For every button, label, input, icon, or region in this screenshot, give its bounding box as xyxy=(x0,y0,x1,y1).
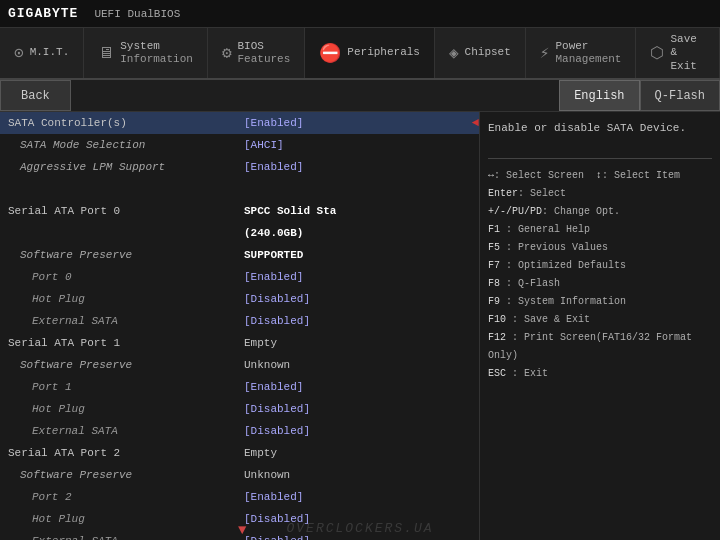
value-lpm: [Enabled] xyxy=(240,161,479,173)
setting-row-port1[interactable]: Serial ATA Port 1 Empty xyxy=(0,332,479,354)
left-panel-wrapper: SATA Controller(s) [Enabled] ◄ SATA Mode… xyxy=(0,112,480,540)
value-port1: Empty xyxy=(240,337,479,349)
label-port0: Serial ATA Port 0 xyxy=(0,205,240,217)
setting-row-port0-size: (240.0GB) xyxy=(0,222,479,244)
label-port1-p: Port 1 xyxy=(0,381,240,393)
tab-peripherals-label: Peripherals xyxy=(347,46,420,59)
language-button[interactable]: English xyxy=(559,80,639,111)
key-f9: F9 : System Information xyxy=(488,293,712,311)
setting-row-port2-sw[interactable]: Software Preserve Unknown xyxy=(0,464,479,486)
setting-row-port0-hot[interactable]: Hot Plug [Disabled] xyxy=(0,288,479,310)
label-port1-ext: External SATA xyxy=(0,425,240,437)
value-port2-hot: [Disabled] xyxy=(240,513,479,525)
value-port0-ext: [Disabled] xyxy=(240,315,479,327)
value-port0-hot: [Disabled] xyxy=(240,293,479,305)
setting-row-port0-ext[interactable]: External SATA [Disabled] xyxy=(0,310,479,332)
tab-bios[interactable]: ⚙ BIOS Features xyxy=(208,28,305,78)
nav-tabs: ⊙ M.I.T. 🖥 System Information ⚙ BIOS Fea… xyxy=(0,28,720,80)
tab-chipset-label: Chipset xyxy=(465,46,511,59)
bios-label: UEFI DualBIOS xyxy=(94,8,180,20)
gap-1 xyxy=(0,178,479,200)
value-port0-sw: SUPPORTED xyxy=(240,249,479,261)
back-button[interactable]: Back xyxy=(0,80,71,111)
setting-row-port2[interactable]: Serial ATA Port 2 Empty xyxy=(0,442,479,464)
tab-chipset[interactable]: ◈ Chipset xyxy=(435,28,526,78)
setting-row-sata-mode[interactable]: SATA Mode Selection [AHCI] xyxy=(0,134,479,156)
label-port1-hot: Hot Plug xyxy=(0,403,240,415)
tab-power[interactable]: ⚡ Power Management xyxy=(526,28,637,78)
tab-system[interactable]: 🖥 System Information xyxy=(84,28,208,78)
save-icon: ⬡ xyxy=(650,43,664,63)
power-icon: ⚡ xyxy=(540,43,550,63)
key-f7: F7 : Optimized Defaults xyxy=(488,257,712,275)
setting-row-port0-sw[interactable]: Software Preserve SUPPORTED xyxy=(0,244,479,266)
action-bar: Back English Q-Flash xyxy=(0,80,720,112)
key-help-section: ↔: Select Screen ↕: Select Item Enter: S… xyxy=(488,167,712,383)
label-sata-controller: SATA Controller(s) xyxy=(0,117,240,129)
key-enter: Enter: Select xyxy=(488,185,712,203)
right-panel: Enable or disable SATA Device. ↔: Select… xyxy=(480,112,720,540)
label-port0-ext: External SATA xyxy=(0,315,240,327)
setting-row-sata-controller[interactable]: SATA Controller(s) [Enabled] ◄ xyxy=(0,112,479,134)
label-sata-mode: SATA Mode Selection xyxy=(0,139,240,151)
setting-row-port1-ext[interactable]: External SATA [Disabled] xyxy=(0,420,479,442)
value-port0-name: SPCC Solid Sta xyxy=(240,205,479,217)
tab-mit-label: M.I.T. xyxy=(30,46,70,59)
setting-row-port1-hot[interactable]: Hot Plug [Disabled] xyxy=(0,398,479,420)
tab-bios-line1: BIOS xyxy=(238,40,291,53)
setting-row-port1-p[interactable]: Port 1 [Enabled] xyxy=(0,376,479,398)
tab-save-label: Save & Exit xyxy=(670,33,705,73)
value-port2-sw: Unknown xyxy=(240,469,479,481)
settings-table: SATA Controller(s) [Enabled] ◄ SATA Mode… xyxy=(0,112,479,540)
key-f10: F10 : Save & Exit xyxy=(488,311,712,329)
tab-power-line1: Power xyxy=(555,40,621,53)
label-port2-ext: External SATA xyxy=(0,535,240,540)
value-port1-hot: [Disabled] xyxy=(240,403,479,415)
tab-peripherals[interactable]: ⛔ Peripherals xyxy=(305,28,435,78)
key-esc: ESC : Exit xyxy=(488,365,712,383)
tab-save[interactable]: ⬡ Save & Exit xyxy=(636,28,720,78)
setting-row-port1-sw[interactable]: Software Preserve Unknown xyxy=(0,354,479,376)
value-port2-p: [Enabled] xyxy=(240,491,479,503)
qflash-button[interactable]: Q-Flash xyxy=(640,80,720,111)
tab-bios-line2: Features xyxy=(238,53,291,66)
chipset-icon: ◈ xyxy=(449,43,459,63)
value-port1-sw: Unknown xyxy=(240,359,479,371)
tab-system-line2: Information xyxy=(120,53,193,66)
system-icon: 🖥 xyxy=(98,44,114,63)
value-sata-mode: [AHCI] xyxy=(240,139,479,151)
setting-row-port2-p[interactable]: Port 2 [Enabled] xyxy=(0,486,479,508)
setting-row-lpm[interactable]: Aggressive LPM Support [Enabled] xyxy=(0,156,479,178)
scroll-down-indicator: ▼ xyxy=(238,522,246,538)
label-port2-p: Port 2 xyxy=(0,491,240,503)
tab-system-line1: System xyxy=(120,40,193,53)
value-port1-ext: [Disabled] xyxy=(240,425,479,437)
left-panel[interactable]: SATA Controller(s) [Enabled] ◄ SATA Mode… xyxy=(0,112,480,540)
label-lpm: Aggressive LPM Support xyxy=(0,161,240,173)
tab-power-line2: Management xyxy=(555,53,621,66)
key-change: +/-/PU/PD: Change Opt. xyxy=(488,203,712,221)
label-port1-sw: Software Preserve xyxy=(0,359,240,371)
label-port2-sw: Software Preserve xyxy=(0,469,240,481)
help-description: Enable or disable SATA Device. xyxy=(488,120,712,138)
label-port0-sw: Software Preserve xyxy=(0,249,240,261)
mit-icon: ⊙ xyxy=(14,43,24,63)
value-port0-size: (240.0GB) xyxy=(240,227,479,239)
arrow-indicator: ◄ xyxy=(472,116,479,130)
value-port1-p: [Enabled] xyxy=(240,381,479,393)
key-select-screen: ↔: Select Screen ↕: Select Item xyxy=(488,167,712,185)
setting-row-port0-p[interactable]: Port 0 [Enabled] xyxy=(0,266,479,288)
tab-mit[interactable]: ⊙ M.I.T. xyxy=(0,28,84,78)
setting-row-port0[interactable]: Serial ATA Port 0 SPCC Solid Sta xyxy=(0,200,479,222)
top-bar: GIGABYTE UEFI DualBIOS xyxy=(0,0,720,28)
label-port2-hot: Hot Plug xyxy=(0,513,240,525)
value-port0-p: [Enabled] xyxy=(240,271,479,283)
label-port1: Serial ATA Port 1 xyxy=(0,337,240,349)
key-f1: F1 : General Help xyxy=(488,221,712,239)
value-port2: Empty xyxy=(240,447,479,459)
label-port0-p: Port 0 xyxy=(0,271,240,283)
key-f8: F8 : Q-Flash xyxy=(488,275,712,293)
help-divider xyxy=(488,158,712,159)
brand-name: GIGABYTE xyxy=(8,6,78,21)
key-f5: F5 : Previous Values xyxy=(488,239,712,257)
